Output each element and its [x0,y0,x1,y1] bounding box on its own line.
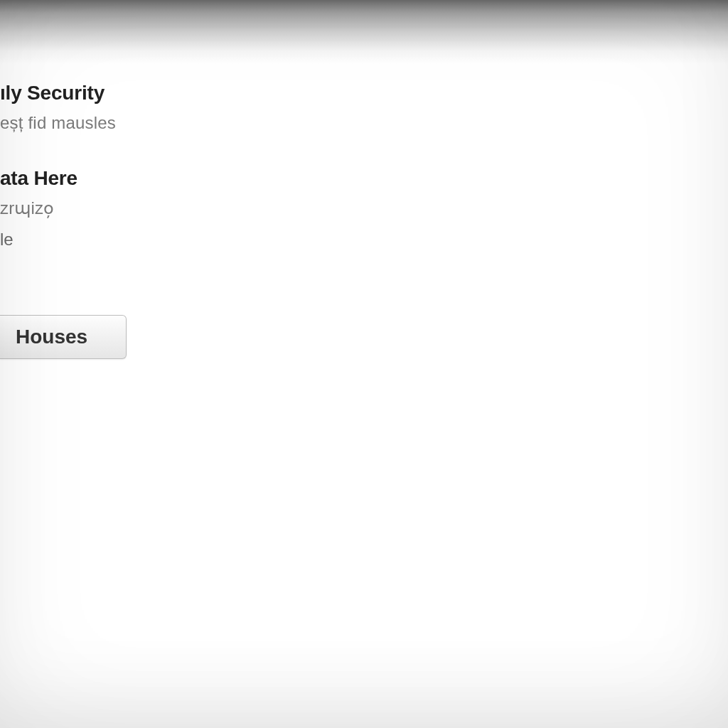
main-content: ıly Security eșț fid mausles ata Here zr… [0,82,728,359]
section-sub2-data: le [0,230,728,250]
top-gradient-overlay [0,0,728,64]
section-sub-data: zrɰizo̦ [0,198,728,218]
section-security: ıly Security eșț fid mausles [0,82,728,133]
section-data: ata Here zrɰizo̦ le [0,167,728,250]
houses-button[interactable]: Houses [0,315,127,359]
section-title-data: ata Here [0,167,728,190]
section-sub-security: eșț fid mausles [0,113,728,133]
section-title-security: ıly Security [0,82,728,105]
